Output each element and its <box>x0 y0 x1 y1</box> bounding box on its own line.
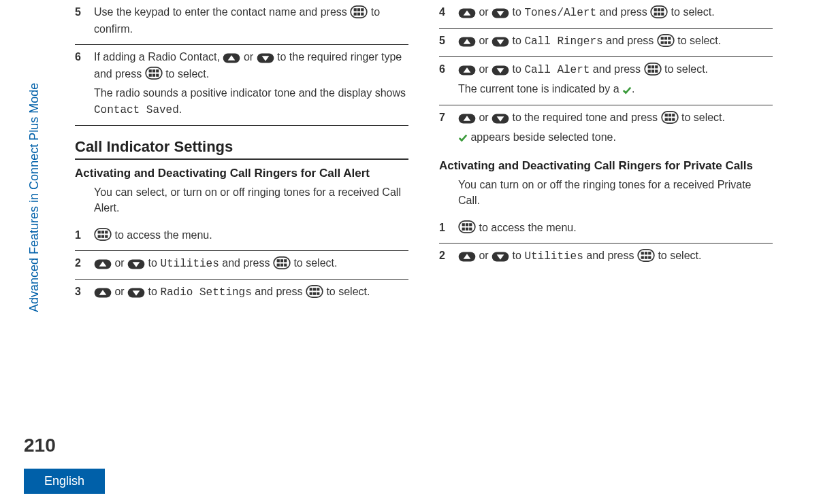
down-arrow-icon <box>492 248 509 265</box>
up-arrow-icon <box>94 284 112 301</box>
text: to select. <box>326 286 370 297</box>
text: to select. <box>658 250 701 261</box>
step-number: 6 <box>439 61 458 98</box>
text: The radio sounds a positive indicator to… <box>94 87 406 99</box>
text: or <box>479 250 492 261</box>
text: and press <box>590 63 643 75</box>
text: to <box>513 6 525 18</box>
text: or <box>244 51 257 63</box>
step-1: 1 to access the menu. <box>75 223 408 252</box>
text: . <box>632 83 634 95</box>
step-body: If adding a Radio Contact, or to the req… <box>94 49 408 119</box>
text: to select. <box>671 6 715 18</box>
page-number: 210 <box>24 435 56 456</box>
text: and press <box>219 257 273 269</box>
down-arrow-icon <box>492 33 509 50</box>
sidebar-title: Advanced Features in Connect Plus Mode <box>27 54 42 340</box>
menu-item: Radio Settings <box>160 286 251 299</box>
text: and press <box>583 250 637 261</box>
down-arrow-icon <box>492 110 509 127</box>
right-column: 4 or to Tones/Alert and press to select.… <box>439 0 773 307</box>
step-number: 6 <box>75 49 94 119</box>
step-2: 2 or to Utilities and press to select. <box>75 251 408 280</box>
step-7: 7 or to the required tone and press to s… <box>439 105 773 153</box>
step-body: or to Utilities and press to select. <box>458 248 773 265</box>
text: to <box>513 250 525 261</box>
text: to <box>148 257 161 269</box>
up-arrow-icon <box>458 33 476 50</box>
step-6: 6 If adding a Radio Contact, or to the r… <box>75 45 408 127</box>
ok-menu-icon <box>145 66 163 82</box>
text: to <box>513 63 525 75</box>
step-number: 5 <box>439 33 458 50</box>
text: to select. <box>681 112 725 123</box>
text: and press <box>252 286 306 297</box>
ok-menu-icon <box>657 33 675 50</box>
down-arrow-icon <box>127 256 145 272</box>
ok-menu-icon <box>644 62 662 78</box>
down-arrow-icon <box>127 284 145 301</box>
check-icon <box>622 82 632 98</box>
up-arrow-icon <box>223 50 240 66</box>
step-5: 5 or to Call Ringers and press to select… <box>439 29 773 57</box>
up-arrow-icon <box>458 5 476 21</box>
text: to select. <box>677 35 721 46</box>
ok-menu-icon <box>273 256 291 272</box>
ok-menu-icon <box>458 220 476 236</box>
menu-item: Call Ringers <box>524 35 602 48</box>
ok-menu-icon <box>94 227 112 243</box>
up-arrow-icon <box>94 256 112 272</box>
step-number: 2 <box>439 248 458 265</box>
step-4: 4 or to Tones/Alert and press to select. <box>439 0 773 29</box>
intro-text: You can turn on or off the ringing tones… <box>458 177 773 208</box>
down-arrow-icon <box>492 62 509 78</box>
text: to access the menu. <box>114 229 212 241</box>
ok-menu-icon <box>637 248 655 265</box>
step-number: 2 <box>75 255 94 272</box>
text: appears beside selected tone. <box>468 131 616 143</box>
text: . <box>179 103 182 115</box>
ok-menu-icon <box>350 5 368 21</box>
step-body: or to the required tone and press to sel… <box>458 110 773 146</box>
step-number: 4 <box>439 4 458 21</box>
step-number: 1 <box>439 220 458 237</box>
up-arrow-icon <box>458 248 476 265</box>
menu-item: Call Alert <box>524 64 590 76</box>
step-number: 5 <box>75 4 94 37</box>
down-arrow-icon <box>492 5 509 21</box>
step-body: Use the keypad to enter the contact name… <box>94 4 408 37</box>
text: and press <box>596 6 650 18</box>
text: Use the keypad to enter the contact name… <box>94 6 350 18</box>
intro-text: You can select, or turn on or off ringin… <box>94 184 408 216</box>
ok-menu-icon <box>650 5 668 21</box>
text: to select. <box>165 68 209 80</box>
step-body: to access the menu. <box>94 227 408 244</box>
step-number: 1 <box>75 227 94 244</box>
text: to <box>148 286 161 297</box>
text: to select. <box>293 257 337 269</box>
ok-menu-icon <box>661 110 679 127</box>
text: or <box>114 257 127 269</box>
down-arrow-icon <box>257 50 274 66</box>
step-body: or to Call Alert and press to select. Th… <box>458 61 773 98</box>
text: or <box>479 63 492 75</box>
step-3: 3 or to Radio Settings and press to sele… <box>75 280 408 307</box>
text: to select. <box>664 63 708 75</box>
text: and press <box>603 35 657 46</box>
up-arrow-icon <box>458 62 476 78</box>
step-body: or to Call Ringers and press to select. <box>458 33 773 50</box>
display-text: Contact Saved <box>94 104 179 116</box>
step-body: or to Radio Settings and press to select… <box>94 284 408 301</box>
text: The current tone is indicated by a <box>458 83 622 95</box>
heading-call-indicator: Call Indicator Settings <box>75 138 408 160</box>
text: or <box>114 286 127 297</box>
text: or <box>479 35 492 46</box>
step-6: 6 or to Call Alert and press to select. … <box>439 57 773 105</box>
subheading-call-alert: Activating and Deactivating Call Ringers… <box>75 167 408 180</box>
menu-item: Tones/Alert <box>524 7 596 19</box>
text: to <box>513 35 525 46</box>
step-2: 2 or to Utilities and press to select. <box>439 243 773 271</box>
ok-menu-icon <box>306 284 323 301</box>
left-column: 5 Use the keypad to enter the contact na… <box>75 0 408 307</box>
step-1: 1 to access the menu. <box>439 216 773 244</box>
